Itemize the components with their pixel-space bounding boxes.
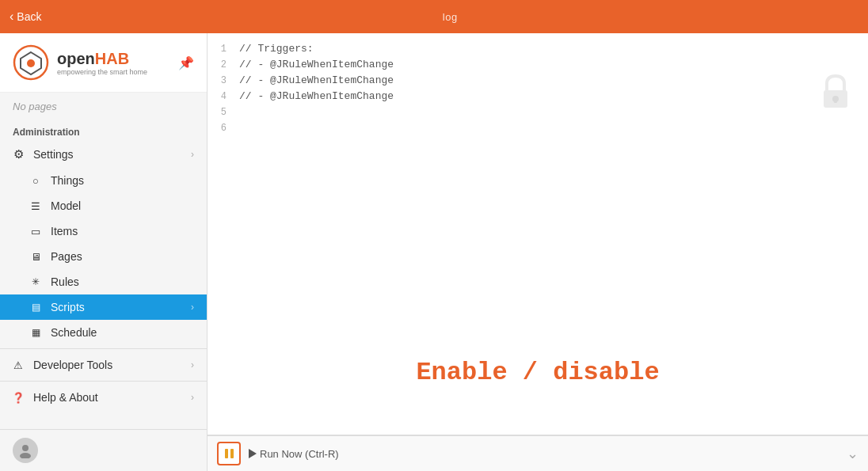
code-editor[interactable]: 1// Triggers:2// - @JRuleWhenItemChange3…	[207, 33, 868, 435]
code-lines: 1// Triggers:2// - @JRuleWhenItemChange3…	[207, 43, 868, 138]
sidebar-item-pages[interactable]: 🖥 Pages	[0, 244, 207, 269]
code-line: 6	[207, 122, 868, 138]
chevron-right-help-icon: ›	[191, 392, 194, 403]
openhab-logo	[13, 44, 49, 81]
chevron-right-icon: ›	[191, 149, 194, 160]
user-avatar[interactable]	[13, 438, 38, 463]
sidebar-item-settings[interactable]: ⚙ Settings ›	[0, 141, 207, 168]
schedule-icon: ▦	[29, 327, 43, 338]
svg-point-2	[22, 445, 29, 451]
scripts-icon: ▤	[29, 302, 43, 313]
pause-icon	[225, 449, 234, 458]
help-about-label: Help & About	[33, 391, 183, 404]
line-code: // - @JRuleWhenItemChange	[239, 90, 394, 102]
code-line: 3// - @JRuleWhenItemChange	[207, 74, 868, 90]
line-number: 6	[207, 122, 239, 134]
code-line: 1// Triggers:	[207, 43, 868, 59]
lock-icon-container	[819, 73, 852, 114]
back-label: Back	[17, 10, 41, 23]
settings-label: Settings	[33, 148, 183, 161]
sidebar: openHAB empowering the smart home 📌 No p…	[0, 33, 207, 471]
chevron-right-scripts-icon: ›	[191, 302, 194, 313]
svg-rect-6	[834, 99, 837, 103]
divider-1	[0, 348, 207, 349]
chevron-right-devtools-icon: ›	[191, 359, 194, 370]
code-line: 4// - @JRuleWhenItemChange	[207, 90, 868, 106]
sidebar-item-model[interactable]: ☰ Model	[0, 193, 207, 218]
collapse-button[interactable]: ⌄	[847, 445, 858, 462]
pin-icon[interactable]: 📌	[178, 55, 194, 70]
model-label: Model	[51, 199, 194, 212]
line-number: 4	[207, 90, 239, 102]
chevron-left-icon: ‹	[10, 9, 13, 24]
avatar-icon	[17, 443, 33, 458]
line-code: // Triggers:	[239, 43, 314, 55]
run-now-label: Run Now (Ctrl-R)	[260, 448, 339, 460]
sidebar-item-scripts[interactable]: ▤ Scripts ›	[0, 294, 207, 320]
top-header: ‹ Back log	[0, 0, 868, 33]
sidebar-logo-area: openHAB empowering the smart home 📌	[0, 33, 207, 93]
settings-icon: ⚙	[11, 147, 25, 161]
sidebar-item-help-about[interactable]: ❓ Help & About ›	[0, 385, 207, 410]
enable-disable-text: Enable / disable	[416, 358, 659, 387]
back-button[interactable]: ‹ Back	[10, 9, 41, 24]
logo-name: openHAB	[57, 49, 147, 68]
sidebar-bottom	[0, 429, 207, 471]
pause-bar-left	[225, 449, 228, 458]
logo-open: open	[57, 50, 95, 67]
bottom-bar: Run Now (Ctrl-R) ⌄	[207, 435, 868, 471]
administration-label: Administration	[0, 120, 207, 141]
logo-hab: HAB	[95, 50, 129, 67]
rules-icon: ✳	[29, 276, 43, 287]
no-pages-label: No pages	[0, 93, 207, 120]
lock-icon	[819, 73, 852, 111]
items-label: Items	[51, 225, 194, 237]
svg-point-3	[20, 453, 31, 458]
schedule-label: Schedule	[51, 326, 194, 339]
line-code: // - @JRuleWhenItemChange	[239, 74, 394, 86]
main-layout: openHAB empowering the smart home 📌 No p…	[0, 33, 868, 471]
header-title: log	[41, 11, 858, 23]
pause-bar-right	[230, 449, 234, 458]
sidebar-item-rules[interactable]: ✳ Rules	[0, 269, 207, 294]
logo-container: openHAB empowering the smart home	[13, 44, 147, 81]
help-icon: ❓	[11, 392, 25, 404]
things-icon: ○	[29, 175, 43, 187]
sidebar-item-items[interactable]: ▭ Items	[0, 218, 207, 244]
developer-tools-label: Developer Tools	[33, 359, 183, 371]
scripts-label: Scripts	[51, 301, 183, 313]
developer-tools-icon: ⚠	[11, 359, 25, 371]
line-code: // - @JRuleWhenItemChange	[239, 59, 394, 70]
code-line: 5	[207, 106, 868, 122]
logo-text: openHAB empowering the smart home	[57, 49, 147, 76]
model-icon: ☰	[29, 200, 43, 212]
run-now-button[interactable]: Run Now (Ctrl-R)	[249, 448, 339, 460]
logo-tagline: empowering the smart home	[57, 68, 147, 76]
content-area: 1// Triggers:2// - @JRuleWhenItemChange3…	[207, 33, 868, 471]
rules-label: Rules	[51, 275, 194, 288]
sidebar-item-schedule[interactable]: ▦ Schedule	[0, 320, 207, 345]
play-icon	[249, 449, 257, 458]
pages-label: Pages	[51, 250, 194, 263]
pause-button[interactable]	[217, 442, 241, 465]
sidebar-item-things[interactable]: ○ Things	[0, 168, 207, 193]
line-number: 2	[207, 59, 239, 70]
svg-point-1	[27, 59, 35, 67]
line-number: 1	[207, 43, 239, 55]
items-icon: ▭	[29, 226, 43, 237]
line-number: 5	[207, 106, 239, 118]
things-label: Things	[51, 174, 194, 187]
pages-icon: 🖥	[29, 251, 43, 263]
sidebar-item-developer-tools[interactable]: ⚠ Developer Tools ›	[0, 352, 207, 378]
code-line: 2// - @JRuleWhenItemChange	[207, 59, 868, 74]
line-number: 3	[207, 74, 239, 86]
divider-2	[0, 381, 207, 382]
